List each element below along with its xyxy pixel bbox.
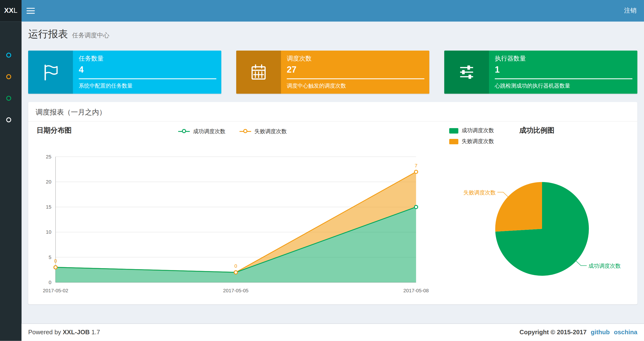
info-box-title: 任务数量 [79,55,216,63]
copyright-text: Copyright © 2015-2017 [520,328,586,335]
info-box-number: 27 [287,65,424,75]
info-box-content: 任务数量 4 系统中配置的任务数量 [73,51,222,94]
info-box-title: 调度次数 [287,55,424,63]
svg-text:成功调度次数: 成功调度次数 [588,263,620,269]
sidebar-item-2-circle-icon[interactable] [6,74,11,79]
info-box-description: 系统中配置的任务数量 [79,82,216,90]
legend-swatch-icon [449,139,458,144]
logo-rest-text: L [14,7,17,15]
app-logo[interactable]: XXL [0,0,22,22]
svg-text:20: 20 [46,179,51,184]
logo-bold-text: XX [4,7,14,15]
flag-icon [41,63,60,82]
powered-by-text: Powered by [28,328,61,335]
info-box-progress-bar [79,78,216,79]
legend-label-fail: 失败调度次数 [254,128,287,135]
info-box-title: 执行器数量 [495,55,632,63]
app-root: XXL 注销 运行报表 任务调度中心 任务数量 4 [0,0,644,341]
sidebar-toggle-icon[interactable] [26,8,35,14]
info-box-progress-bar [287,78,424,79]
brand-name: XXL-JOB [63,328,90,335]
sliders-icon [457,63,476,82]
svg-text:0: 0 [234,263,237,269]
info-box-content: 执行器数量 1 心跳检测成功的执行器机器数量 [489,51,638,94]
footer: Powered by XXL-JOB 1.7 Copyright © 2015-… [22,323,644,341]
github-link[interactable]: github [591,328,610,335]
calendar-icon [249,63,268,82]
info-box-icon-area [236,51,281,94]
svg-text:15: 15 [46,204,51,210]
info-box-content: 调度次数 27 调度中心触发的调度次数 [281,51,430,94]
svg-text:2017-05-02: 2017-05-02 [43,288,68,293]
pie-legend-label-success: 成功调度次数 [462,127,494,134]
pie-chart-legend: 成功调度次数 失败调度次数 [449,127,494,145]
svg-text:10: 10 [46,229,51,235]
logout-button[interactable]: 注销 [624,7,636,15]
panel-header-divider [28,121,638,122]
sidebar [0,22,22,341]
svg-text:25: 25 [46,154,51,159]
page-subtitle: 任务调度中心 [72,32,110,40]
page-title: 运行报表 [28,27,68,41]
success-ratio-chart-title: 成功比例图 [519,126,554,135]
info-box-icon-area [28,51,73,94]
report-panel-title: 调度报表（一月之内） [36,107,106,117]
sidebar-item-3-circle-icon[interactable] [6,96,11,101]
info-box-executor-count: 执行器数量 1 心跳检测成功的执行器机器数量 [444,51,637,94]
legend-item-success[interactable]: 成功调度次数 [178,128,225,135]
sidebar-item-1-circle-icon[interactable] [6,53,11,58]
version-text: 1.7 [91,328,100,335]
pie-legend-item-success[interactable]: 成功调度次数 [449,127,494,134]
line-marker-icon [178,131,190,132]
info-box-progress-bar [495,78,632,79]
legend-label-success: 成功调度次数 [193,128,225,135]
svg-text:5: 5 [49,254,51,260]
legend-item-fail[interactable]: 失败调度次数 [240,128,287,135]
page-header: 运行报表 任务调度中心 [28,27,110,41]
info-box-description: 心跳检测成功的执行器机器数量 [495,82,632,90]
svg-text:2017-05-05: 2017-05-05 [223,288,249,293]
svg-text:2017-05-08: 2017-05-08 [404,288,429,293]
footer-powered-by: Powered by XXL-JOB 1.7 [28,328,100,335]
info-box-description: 调度中心触发的调度次数 [287,82,424,90]
svg-text:失败调度次数: 失败调度次数 [464,190,496,196]
footer-copyright: Copyright © 2015-2017 github oschina [520,328,637,335]
date-distribution-chart: 05101520252017-05-022017-05-052017-05-08… [28,151,430,298]
info-box-job-count: 任务数量 4 系统中配置的任务数量 [28,51,221,94]
legend-swatch-icon [449,128,458,133]
sidebar-item-4-circle-icon[interactable] [6,117,11,123]
svg-text:0: 0 [54,258,57,264]
pie-legend-label-fail: 失败调度次数 [462,138,494,145]
svg-text:7: 7 [415,163,418,168]
top-navbar: XXL 注销 [0,0,644,22]
line-marker-icon [240,131,251,132]
info-box-row: 任务数量 4 系统中配置的任务数量 调度次数 27 调度中心触发的调度次数 [28,51,638,94]
info-box-number: 1 [495,65,632,75]
svg-text:0: 0 [49,279,51,285]
info-box-icon-area [444,51,489,94]
pie-legend-item-fail[interactable]: 失败调度次数 [449,138,494,145]
line-chart-legend: 成功调度次数 失败调度次数 [178,128,286,135]
success-ratio-pie-chart: 成功调度次数失败调度次数 [448,166,642,290]
date-distribution-chart-title: 日期分布图 [36,126,72,135]
oschina-link[interactable]: oschina [614,328,637,335]
info-box-trigger-count: 调度次数 27 调度中心触发的调度次数 [236,51,429,94]
info-box-number: 4 [79,65,216,75]
